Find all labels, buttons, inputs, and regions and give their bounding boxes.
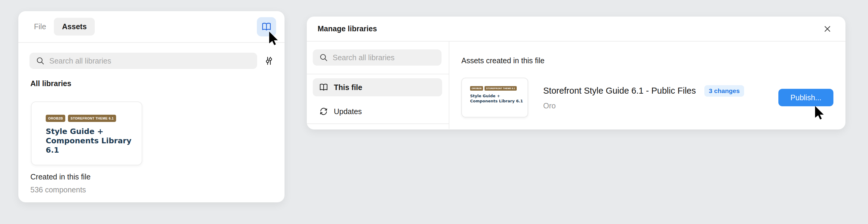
library-row-info: Storefront Style Guide 6.1 - Public File… (543, 85, 744, 110)
mouse-cursor (269, 32, 279, 46)
search-icon (35, 56, 45, 66)
open-book-icon (261, 21, 272, 32)
badge-orob2b: OROB2B (46, 115, 65, 122)
library-row-title: Storefront Style Guide 6.1 - Public File… (543, 86, 696, 96)
mouse-cursor (815, 106, 825, 120)
assets-search-box[interactable] (29, 53, 257, 69)
assets-panel: File Assets (18, 11, 284, 202)
badge-orob2b: OROB2B (470, 86, 483, 91)
sidebar-item-this-file[interactable]: This file (313, 78, 442, 96)
badge-storefront-theme: STOREFRONT THEME 6.1 (68, 115, 116, 122)
sidebar-item-label: This file (334, 83, 362, 92)
modal-body: This file Updates Assets created in this… (307, 41, 845, 129)
sidebar-bottom-divider (307, 123, 449, 124)
modal-header: Manage libraries (307, 17, 845, 41)
modal-search-box[interactable] (313, 49, 441, 66)
manage-libraries-modal: Manage libraries (307, 17, 845, 130)
library-card-badges: OROB2B STOREFRONT THEME 6.1 (46, 115, 142, 122)
assets-panel-header: File Assets (18, 11, 284, 43)
all-libraries-heading: All libraries (30, 79, 284, 88)
assets-panel-footer: Created in this file 536 components (30, 172, 91, 194)
assets-search-row (18, 43, 284, 69)
thumbnail-badges: OROB2B STOREFRONT THEME 6.1 (470, 86, 528, 91)
library-row: OROB2B STOREFRONT THEME 6.1 Style Guide … (461, 78, 833, 117)
close-x-icon (823, 24, 832, 33)
sidebar-item-updates[interactable]: Updates (313, 102, 442, 120)
search-icon (319, 53, 329, 62)
modal-search-input[interactable] (333, 53, 435, 62)
library-card-title: Style Guide + Components Library 6.1 (46, 127, 142, 155)
modal-sidebar: This file Updates (307, 41, 450, 129)
modal-content: Assets created in this file OROB2B STORE… (450, 41, 845, 129)
library-thumbnail: OROB2B STOREFRONT THEME 6.1 Style Guide … (461, 78, 528, 117)
thumbnail-title: Style Guide + Components Library 6.1 (470, 93, 528, 104)
refresh-icon (319, 107, 329, 116)
sidebar-item-label: Updates (334, 107, 362, 116)
components-count-label: 536 components (30, 186, 91, 194)
badge-storefront-theme: STOREFRONT THEME 6.1 (485, 86, 517, 91)
close-button[interactable] (822, 23, 833, 35)
created-in-file-label: Created in this file (30, 172, 91, 181)
assets-created-heading: Assets created in this file (461, 56, 545, 65)
sliders-icon (264, 56, 274, 66)
sidebar-divider (307, 74, 449, 74)
changes-badge: 3 changes (704, 85, 744, 96)
library-card[interactable]: OROB2B STOREFRONT THEME 6.1 Style Guide … (31, 102, 142, 165)
library-row-author: Oro (543, 102, 744, 110)
filter-sliders-button[interactable] (262, 55, 275, 67)
tab-file[interactable]: File (30, 22, 50, 31)
tab-assets[interactable]: Assets (54, 18, 95, 35)
modal-title: Manage libraries (318, 24, 377, 33)
publish-button[interactable]: Publish... (778, 89, 833, 106)
open-book-icon (319, 83, 329, 92)
assets-search-input[interactable] (49, 57, 251, 65)
